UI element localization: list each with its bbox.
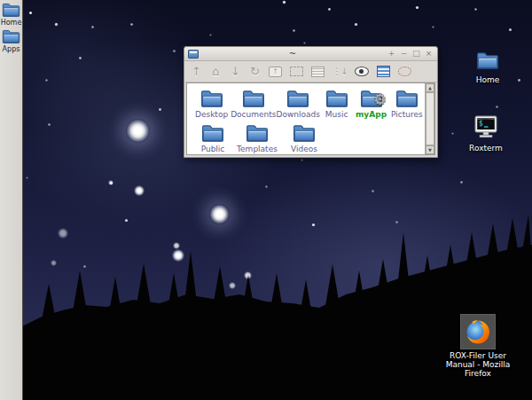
- file-item-desktop[interactable]: Desktop: [192, 87, 231, 122]
- scroll-up-arrow-icon[interactable]: ▲: [426, 83, 434, 92]
- folder-icon: [293, 123, 316, 143]
- file-name: Downloads: [276, 110, 319, 119]
- shade-button[interactable]: +: [387, 49, 396, 59]
- folder-icon: [286, 89, 309, 108]
- gear-icon: ⚙: [373, 92, 387, 107]
- folder-icon: [395, 89, 419, 108]
- file-name: Templates: [233, 145, 281, 153]
- file-name: Desktop: [192, 110, 231, 119]
- panel-item-label: Apps: [0, 45, 22, 53]
- refresh-icon[interactable]: ↻: [249, 66, 261, 78]
- file-item-videos[interactable]: Videos: [281, 122, 327, 155]
- show-hidden-eye-icon[interactable]: [355, 67, 369, 76]
- file-row: Desktop Documents Downloads Music: [192, 87, 425, 122]
- select-all-icon[interactable]: [377, 66, 390, 77]
- file-item-music[interactable]: Music: [320, 87, 354, 122]
- window-app-icon: [188, 50, 199, 59]
- glow-orb: [134, 185, 145, 196]
- desktop-icon-label: Roxterm: [458, 144, 514, 153]
- file-name: Videos: [281, 145, 327, 153]
- left-panel: Home Apps: [0, 0, 23, 400]
- file-name: myApp: [353, 110, 388, 119]
- folder-icon: [325, 89, 348, 108]
- up-icon[interactable]: ↑: [191, 66, 202, 78]
- iconified-window-label: ROX-Filer User Manual - Mozilla Firefox: [438, 351, 518, 378]
- file-grid: Desktop Documents Downloads Music: [187, 83, 425, 154]
- titlebar[interactable]: ~ + − □ ×: [184, 47, 437, 61]
- file-item-myapp[interactable]: ⚙ myApp: [353, 87, 388, 122]
- window-buttons: + − □ ×: [387, 49, 434, 59]
- maximize-button[interactable]: □: [411, 49, 421, 59]
- iconified-window-firefox[interactable]: ROX-Filer User Manual - Mozilla Firefox: [438, 314, 518, 378]
- firefox-icon: [464, 318, 492, 346]
- file-item-public[interactable]: Public: [192, 122, 233, 155]
- folder-icon: [242, 89, 265, 108]
- desktop-icon-label: Home: [463, 75, 512, 84]
- file-view: Desktop Documents Downloads Music: [186, 82, 435, 155]
- firefox-window-tile: [460, 314, 496, 349]
- help-icon[interactable]: [398, 67, 411, 76]
- folder-icon: [476, 51, 499, 70]
- file-item-pictures[interactable]: Pictures: [389, 87, 425, 122]
- vertical-scrollbar[interactable]: ▲ ▼: [425, 83, 434, 154]
- scroll-down-arrow-icon[interactable]: ▼: [426, 145, 434, 154]
- toolbar: ↑ ⌂ ↓ ↻ ↑ ⋮↓: [184, 61, 437, 82]
- desktop-icon-roxterm[interactable]: Roxterm: [458, 115, 514, 153]
- sort-icon[interactable]: ⋮↓: [332, 66, 347, 78]
- resize-window-icon[interactable]: [290, 67, 303, 76]
- details-view-icon[interactable]: [311, 67, 325, 77]
- folder-icon: [200, 89, 223, 108]
- minimize-button[interactable]: −: [399, 49, 409, 59]
- file-name: Pictures: [389, 110, 425, 119]
- file-item-templates[interactable]: Templates: [233, 122, 281, 155]
- desktop-icon-home[interactable]: Home: [463, 51, 512, 84]
- panel-item-apps[interactable]: Apps: [0, 28, 22, 53]
- folder-icon: [246, 123, 269, 143]
- panel-item-label: Home: [0, 19, 22, 27]
- glow-orb: [126, 119, 150, 143]
- scrollbar-thumb[interactable]: [426, 92, 434, 145]
- folder-icon: [201, 123, 224, 143]
- file-item-documents[interactable]: Documents: [231, 87, 276, 122]
- window-title: ~: [199, 49, 387, 59]
- glow-orb: [108, 180, 113, 185]
- file-row: Public Templates Videos: [192, 122, 425, 155]
- app-folder-icon: ⚙: [353, 89, 388, 108]
- file-name: Music: [320, 110, 354, 119]
- rox-filer-window: ~ + − □ × ↑ ⌂ ↓ ↻ ↑ ⋮↓ Desktop: [184, 46, 438, 158]
- file-name: Public: [192, 145, 233, 153]
- bookmarks-icon[interactable]: ↓: [230, 66, 241, 78]
- terminal-icon: [473, 115, 498, 138]
- folder-icon: [2, 2, 20, 18]
- home-icon[interactable]: ⌂: [210, 66, 222, 78]
- close-button[interactable]: ×: [424, 49, 434, 59]
- file-item-downloads[interactable]: Downloads: [276, 87, 319, 122]
- panel-item-home[interactable]: Home: [0, 2, 22, 27]
- folder-icon: [2, 28, 20, 44]
- scan-icon[interactable]: ↑: [269, 67, 282, 77]
- file-name: Documents: [231, 110, 276, 119]
